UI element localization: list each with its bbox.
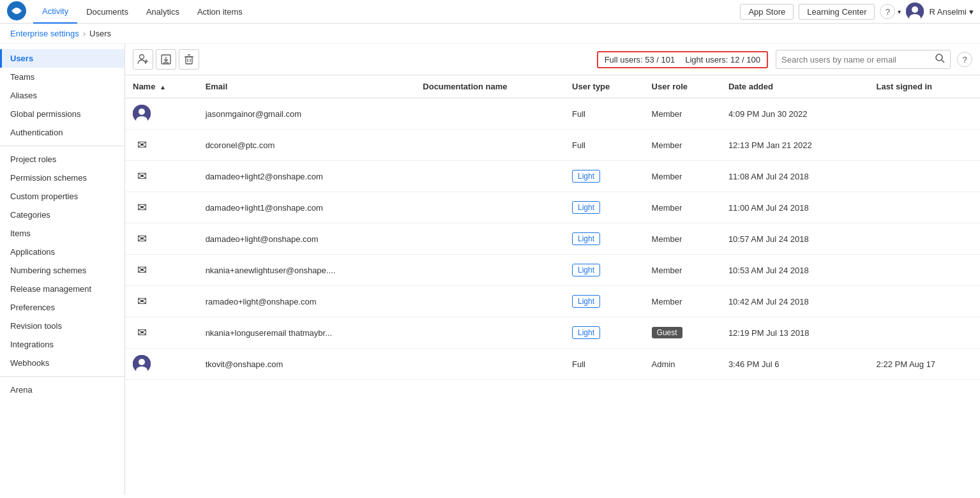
user-name-cell: ✉ [125, 161, 198, 192]
learning-center-button[interactable]: Learning Center [799, 4, 875, 20]
light-users-count: Light users: 12 / 100 [685, 55, 760, 64]
user-email: jasonmgainor@gmail.com [198, 98, 416, 130]
col-user-role[interactable]: User role [644, 75, 721, 98]
nav-activity[interactable]: Activity [33, 0, 77, 24]
col-name[interactable]: Name ▲ [125, 75, 198, 98]
user-type: Light [564, 223, 644, 255]
table-row[interactable]: ✉ramadeo+light@onshape.comLightMember10:… [125, 286, 980, 317]
sidebar-item-release-management[interactable]: Release management [0, 280, 124, 298]
sidebar-item-items[interactable]: Items [0, 224, 124, 243]
last-signed-in [869, 192, 980, 223]
col-email[interactable]: Email [198, 75, 416, 98]
sidebar-item-teams[interactable]: Teams [0, 68, 124, 86]
user-email: dcoronel@ptc.com [198, 130, 416, 161]
col-last-signed[interactable]: Last signed in [869, 75, 980, 98]
sidebar-item-arena[interactable]: Arena [0, 381, 124, 399]
user-email: ramadeo+light@onshape.com [198, 286, 416, 317]
table-container: Name ▲ Email Documentation name User typ… [125, 75, 980, 495]
last-signed-in: 2:22 PM Aug 17 [869, 349, 980, 380]
user-type: Light [564, 161, 644, 192]
search-input[interactable] [776, 52, 930, 68]
col-user-type[interactable]: User type [564, 75, 644, 98]
user-email: damadeo+light2@onshape.com [198, 161, 416, 192]
sidebar-item-webhooks[interactable]: Webhooks [0, 354, 124, 372]
user-type-badge: Light [572, 295, 600, 308]
breadcrumb-parent[interactable]: Enterprise settings [10, 29, 79, 38]
sidebar-item-authentication[interactable]: Authentication [0, 123, 124, 142]
table-row[interactable]: tkovit@onshape.comFullAdmin3:46 PM Jul 6… [125, 349, 980, 380]
sidebar-item-numbering-schemes[interactable]: Numbering schemes [0, 261, 124, 280]
svg-point-5 [140, 55, 144, 59]
nav-documents[interactable]: Documents [77, 0, 137, 24]
user-type: Light [564, 192, 644, 223]
table-row[interactable]: ✉nkania+anewlightuser@onshape....LightMe… [125, 255, 980, 286]
chevron-down-icon: ▾ [898, 8, 901, 15]
sidebar-item-applications[interactable]: Applications [0, 243, 124, 261]
table-row[interactable]: ✉dcoronel@ptc.comFullMember12:13 PM Jan … [125, 130, 980, 161]
help-icon[interactable]: ? [957, 52, 972, 67]
user-name-cell: ✉ [125, 317, 198, 349]
app-store-button[interactable]: App Store [740, 4, 794, 20]
table-row[interactable]: ✉damadeo+light@onshape.comLightMember10:… [125, 223, 980, 255]
user-doc-name [415, 98, 564, 130]
svg-point-16 [936, 54, 942, 61]
svg-line-17 [942, 60, 944, 63]
sidebar-divider-1 [0, 146, 124, 146]
date-added: 11:08 AM Jul 24 2018 [721, 161, 869, 192]
table-row[interactable]: jasonmgainor@gmail.comFullMember4:09 PM … [125, 98, 980, 130]
nav-action-items[interactable]: Action items [188, 0, 252, 24]
last-signed-in [869, 286, 980, 317]
envelope-icon: ✉ [133, 292, 151, 310]
envelope-icon: ✉ [133, 199, 151, 216]
sidebar-divider-2 [0, 376, 124, 377]
user-type-badge: Light [572, 326, 600, 339]
search-button[interactable] [930, 50, 950, 68]
sidebar-item-permission-schemes[interactable]: Permission schemes [0, 169, 124, 187]
svg-point-1 [14, 8, 19, 13]
sidebar-item-preferences[interactable]: Preferences [0, 298, 124, 317]
table-row[interactable]: ✉damadeo+light2@onshape.comLightMember11… [125, 161, 980, 192]
avatar [133, 105, 151, 123]
user-name-cell: ✉ [125, 223, 198, 255]
delete-button[interactable] [179, 49, 199, 70]
col-doc-name[interactable]: Documentation name [415, 75, 564, 98]
avatar [133, 355, 151, 373]
nav-links: Activity Documents Analytics Action item… [33, 0, 740, 24]
svg-rect-11 [186, 57, 192, 64]
user-email: nkania+anewlightuser@onshape.... [198, 255, 416, 286]
full-users-count: Full users: 53 / 101 [605, 55, 675, 64]
sidebar-item-aliases[interactable]: Aliases [0, 86, 124, 105]
add-user-button[interactable] [133, 49, 153, 70]
user-name-cell [125, 349, 198, 380]
date-added: 12:19 PM Jul 13 2018 [721, 317, 869, 349]
user-doc-name [415, 317, 564, 349]
sidebar-item-categories[interactable]: Categories [0, 206, 124, 224]
table-row[interactable]: ✉damadeo+light1@onshape.comLightMember11… [125, 192, 980, 223]
sidebar-item-custom-properties[interactable]: Custom properties [0, 187, 124, 206]
logo[interactable] [6, 1, 33, 23]
sidebar-item-revision-tools[interactable]: Revision tools [0, 317, 124, 335]
user-role: Member [644, 98, 721, 130]
user-role: Member [644, 161, 721, 192]
import-button[interactable] [156, 49, 176, 70]
user-name[interactable]: R Anselmi ▾ [929, 7, 974, 17]
sidebar-item-integrations[interactable]: Integrations [0, 335, 124, 354]
table-row[interactable]: ✉nkania+longuseremail thatmaybr...LightG… [125, 317, 980, 349]
user-count-box: Full users: 53 / 101 Light users: 12 / 1… [597, 51, 768, 68]
question-icon: ? [880, 4, 895, 19]
col-date-added[interactable]: Date added [721, 75, 869, 98]
user-name-cell: ✉ [125, 255, 198, 286]
svg-point-22 [139, 359, 145, 365]
user-name-cell: ✉ [125, 192, 198, 223]
user-type-badge: Light [572, 201, 600, 214]
sidebar-item-project-roles[interactable]: Project roles [0, 150, 124, 169]
nav-analytics[interactable]: Analytics [137, 0, 188, 24]
user-role: Member [644, 255, 721, 286]
sidebar-item-users[interactable]: Users [0, 49, 124, 68]
avatar [906, 3, 924, 20]
user-email: damadeo+light1@onshape.com [198, 192, 416, 223]
envelope-icon: ✉ [133, 230, 151, 248]
date-added: 10:42 AM Jul 24 2018 [721, 286, 869, 317]
help-button[interactable]: ? ▾ [880, 4, 901, 19]
sidebar-item-global-permissions[interactable]: Global permissions [0, 105, 124, 123]
